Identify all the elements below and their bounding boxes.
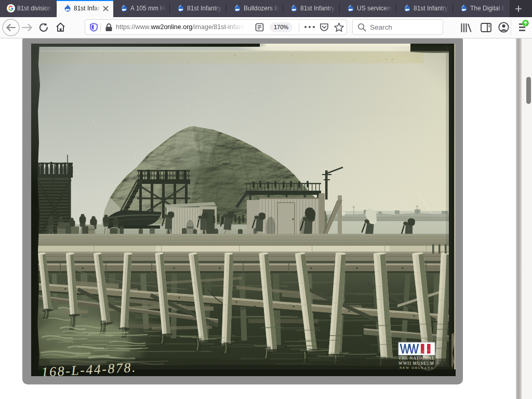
- svg-text:WWII MUSEUM: WWII MUSEUM: [398, 361, 434, 366]
- svg-text:NEW ORLEANS: NEW ORLEANS: [400, 366, 434, 369]
- svg-text:THE NATIONAL: THE NATIONAL: [398, 356, 435, 361]
